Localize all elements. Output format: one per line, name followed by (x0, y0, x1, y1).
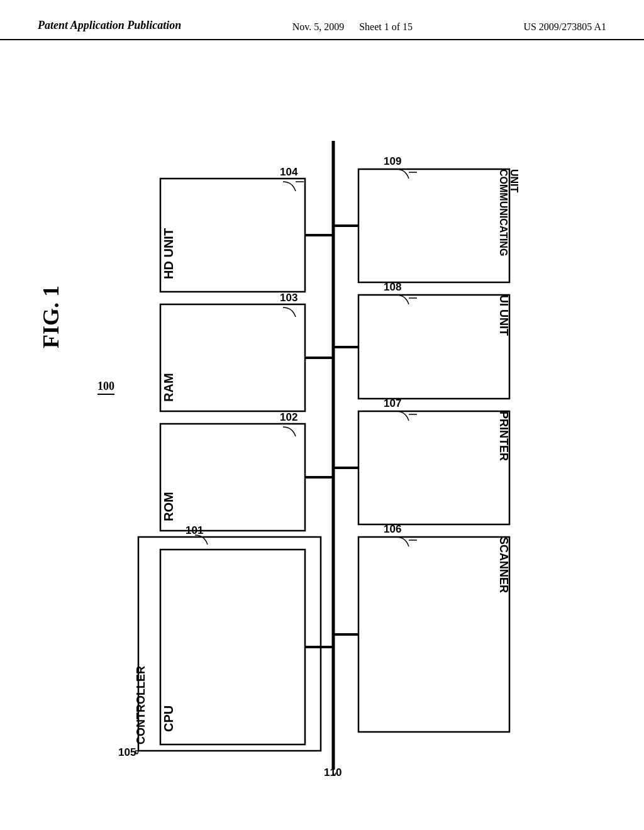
publication-type: Patent Application Publication (38, 19, 181, 32)
svg-rect-7 (160, 304, 305, 411)
publication-date: Nov. 5, 2009 Sheet 1 of 15 (292, 21, 413, 33)
svg-text:102: 102 (280, 411, 297, 423)
svg-rect-9 (160, 179, 305, 292)
svg-rect-17 (358, 411, 509, 524)
svg-text:107: 107 (384, 397, 401, 409)
block-diagram: CONTROLLER CPU ROM RAM HD UNIT SCANNER (63, 109, 579, 801)
patent-number: US 2009/273805 A1 (523, 21, 606, 33)
svg-text:RAM: RAM (162, 373, 175, 402)
svg-text:103: 103 (280, 292, 297, 304)
svg-text:UI UNIT: UI UNIT (497, 295, 510, 336)
svg-text:ROM: ROM (162, 492, 175, 521)
svg-text:CPU: CPU (162, 706, 175, 732)
main-content: FIG. 1 100 CONTROLLER CPU ROM RAM HD UNI… (0, 47, 644, 814)
svg-text:SCANNER: SCANNER (497, 537, 510, 593)
figure-label: FIG. 1 (38, 285, 64, 348)
svg-rect-15 (358, 537, 509, 732)
svg-text:HD UNIT: HD UNIT (162, 228, 175, 279)
svg-text:104: 104 (280, 166, 298, 178)
svg-text:109: 109 (384, 155, 401, 167)
svg-text:108: 108 (384, 281, 401, 293)
svg-rect-19 (358, 295, 509, 399)
svg-text:105: 105 (118, 746, 136, 758)
svg-rect-21 (358, 169, 509, 282)
svg-text:PRINTER: PRINTER (497, 411, 510, 461)
svg-text:CONTROLLER: CONTROLLER (135, 666, 147, 744)
svg-text:UNIT: UNIT (509, 169, 519, 193)
svg-rect-5 (160, 424, 305, 531)
svg-rect-3 (160, 550, 305, 744)
svg-text:101: 101 (186, 524, 203, 536)
svg-text:106: 106 (384, 523, 401, 535)
page-header: Patent Application Publication Nov. 5, 2… (0, 0, 644, 40)
svg-text:110: 110 (324, 766, 341, 778)
svg-text:COMMUNICATING: COMMUNICATING (498, 169, 509, 256)
